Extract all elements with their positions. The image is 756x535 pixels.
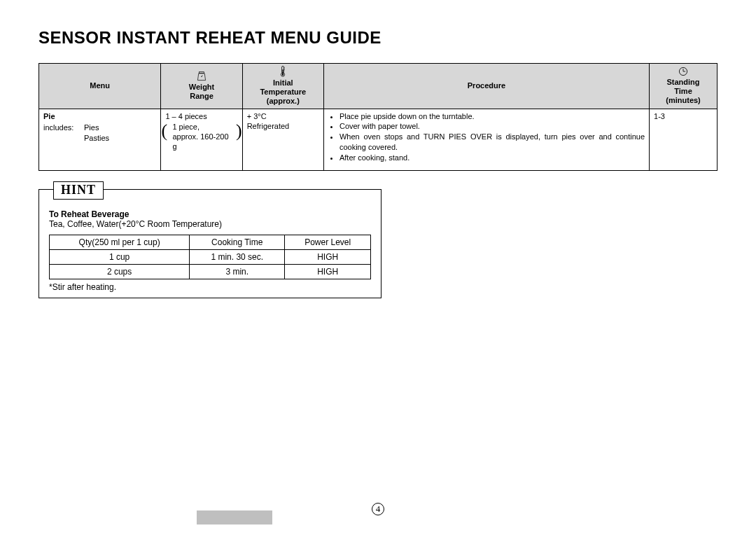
procedure-list: Place pie upside down on the turntable. … bbox=[328, 111, 645, 163]
cell-weight: 1 – 4 pieces 1 piece, approx. 160-200 g bbox=[161, 109, 242, 170]
thermometer-icon bbox=[279, 66, 286, 77]
hint-row: 2 cups 3 min. HIGH bbox=[50, 264, 371, 279]
temp-value: + 3°C bbox=[247, 111, 319, 122]
menu-item-name: Pie bbox=[43, 112, 55, 120]
hint-col-power: Power Level bbox=[285, 235, 371, 249]
procedure-step: After cooking, stand. bbox=[340, 153, 645, 163]
page-number: 4 bbox=[372, 502, 384, 515]
page-title: SENSOR INSTANT REHEAT MENU GUIDE bbox=[38, 28, 718, 48]
procedure-step: When oven stops and TURN PIES OVER is di… bbox=[340, 132, 645, 153]
col-header-standing-time: Standing Time (minutes) bbox=[650, 64, 718, 109]
hint-heading: To Reheat Beverage bbox=[49, 209, 371, 219]
includes-label: includes: bbox=[43, 123, 84, 144]
weight-icon bbox=[197, 71, 206, 81]
hint-row: 1 cup 1 min. 30 sec. HIGH bbox=[50, 249, 371, 264]
hint-subheading: Tea, Coffee, Water(+20°C Room Temperatur… bbox=[49, 219, 371, 229]
clock-icon bbox=[678, 67, 688, 76]
col-header-procedure: Procedure bbox=[323, 64, 649, 109]
standing-time-value: 1-3 bbox=[654, 112, 665, 120]
svg-line-2 bbox=[202, 75, 202, 76]
cell-standing-time: 1-3 bbox=[650, 109, 718, 170]
cell-menu: Pie includes: Pies Pasties bbox=[39, 109, 161, 170]
hint-footnote: *Stir after heating. bbox=[49, 282, 371, 292]
hint-col-time: Cooking Time bbox=[190, 235, 285, 249]
weight-per-piece: 1 piece, approx. 160-200 g bbox=[165, 123, 237, 151]
hint-table: Qty(250 ml per 1 cup) Cooking Time Power… bbox=[49, 235, 371, 279]
table-row: Pie includes: Pies Pasties 1 – 4 pieces … bbox=[39, 109, 718, 170]
col-header-menu: Menu bbox=[39, 64, 161, 109]
cell-procedure: Place pie upside down on the turntable. … bbox=[323, 109, 649, 170]
cell-temperature: + 3°C Refrigerated bbox=[242, 109, 323, 170]
hint-tab-label: HINT bbox=[53, 181, 104, 200]
temp-note: Refrigerated bbox=[247, 121, 319, 132]
hint-box: HINT To Reheat Beverage Tea, Coffee, Wat… bbox=[38, 189, 382, 298]
col-header-weight: Weight Range bbox=[161, 64, 242, 109]
print-mark bbox=[197, 510, 272, 524]
procedure-step: Cover with paper towel. bbox=[340, 121, 645, 132]
svg-rect-0 bbox=[200, 71, 204, 73]
col-header-temperature: Initial Temperature (approx.) bbox=[242, 64, 323, 109]
reheat-menu-table: Menu Weight Range bbox=[38, 63, 718, 171]
weight-range: 1 – 4 pieces bbox=[165, 111, 237, 122]
includes-items: Pies Pasties bbox=[84, 123, 156, 144]
procedure-step: Place pie upside down on the turntable. bbox=[340, 111, 645, 122]
hint-col-qty: Qty(250 ml per 1 cup) bbox=[50, 235, 190, 249]
